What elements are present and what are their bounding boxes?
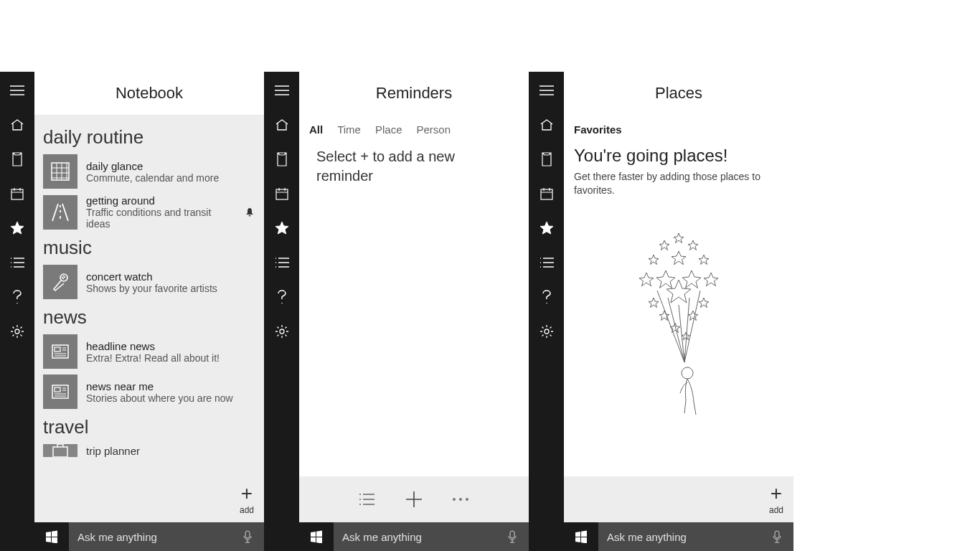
calendar-grid-icon — [43, 154, 77, 189]
settings-icon[interactable] — [3, 317, 32, 346]
add-reminder-button[interactable] — [405, 490, 423, 509]
pane-title: Notebook — [34, 72, 264, 115]
svg-rect-15 — [510, 531, 514, 538]
star-icon[interactable] — [3, 214, 32, 242]
item-subtitle: Commute, calendar and more — [86, 172, 255, 184]
notebook-footer: + add — [34, 476, 264, 522]
calendar-icon[interactable] — [268, 179, 296, 208]
more-button[interactable] — [452, 497, 469, 501]
suitcase-icon — [43, 444, 77, 457]
pane-places: Places Favorites You're going places! Ge… — [529, 72, 793, 551]
section-music: music — [34, 232, 264, 262]
illustration — [574, 226, 783, 427]
nav-rail — [529, 72, 564, 551]
search-placeholder: Ask me anything — [342, 531, 422, 543]
hamburger-icon[interactable] — [268, 76, 296, 105]
microphone-icon — [43, 265, 77, 299]
filter-all[interactable]: All — [309, 123, 323, 136]
places-body: Favorites You're going places! Get there… — [564, 115, 793, 476]
add-label: add — [769, 505, 783, 515]
star-icon[interactable] — [532, 214, 561, 242]
item-title: daily glance — [86, 160, 255, 172]
item-title: getting around — [86, 194, 237, 207]
section-travel: travel — [34, 412, 264, 441]
notebook-icon[interactable] — [3, 145, 32, 174]
search-input[interactable]: Ask me anything — [69, 522, 264, 551]
item-title: news near me — [86, 380, 255, 392]
notebook-icon[interactable] — [532, 145, 561, 174]
filter-person[interactable]: Person — [416, 123, 451, 136]
item-getting-around[interactable]: getting around Traffic conditions and tr… — [34, 192, 264, 232]
section-news: news — [34, 302, 264, 331]
newspaper-icon — [43, 375, 77, 409]
star-icon[interactable] — [268, 214, 296, 242]
help-icon[interactable] — [3, 283, 32, 311]
places-headline: You're going places! — [574, 146, 783, 166]
add-button[interactable]: + add — [769, 484, 783, 515]
settings-icon[interactable] — [532, 317, 561, 346]
notebook-content: Notebook daily routine daily glance Comm… — [34, 72, 264, 551]
list-icon[interactable] — [532, 248, 561, 277]
svg-point-3 — [60, 274, 67, 281]
places-footer: + add — [564, 476, 793, 522]
help-icon[interactable] — [268, 283, 296, 311]
item-subtitle: Stories about where you are now — [86, 392, 255, 404]
plus-icon: + — [771, 484, 782, 504]
settings-icon[interactable] — [268, 317, 296, 346]
microphone-icon[interactable] — [507, 530, 520, 543]
hamburger-icon[interactable] — [3, 76, 32, 105]
notebook-icon[interactable] — [268, 145, 296, 174]
item-news-near-me[interactable]: news near me Stories about where you are… — [34, 372, 264, 412]
item-trip-planner[interactable]: trip planner — [34, 441, 264, 460]
pane-notebook: Notebook daily routine daily glance Comm… — [0, 72, 264, 551]
calendar-icon[interactable] — [3, 179, 32, 208]
filter-place[interactable]: Place — [375, 123, 402, 136]
svg-rect-5 — [55, 347, 60, 352]
windows-start-icon[interactable] — [564, 522, 598, 551]
item-title: concert watch — [86, 270, 255, 283]
hamburger-icon[interactable] — [532, 76, 561, 105]
list-icon[interactable] — [3, 248, 32, 277]
windows-start-icon[interactable] — [299, 522, 334, 551]
item-subtitle: Extra! Extra! Read all about it! — [86, 352, 255, 364]
reminders-footer — [299, 476, 529, 522]
home-icon[interactable] — [532, 110, 561, 139]
places-content: Places Favorites You're going places! Ge… — [564, 72, 793, 551]
list-view-button[interactable] — [359, 493, 376, 506]
item-title: headline news — [86, 340, 255, 352]
item-concert-watch[interactable]: concert watch Shows by your favorite art… — [34, 262, 264, 302]
svg-rect-0 — [11, 189, 23, 199]
search-input[interactable]: Ask me anything — [334, 522, 529, 551]
svg-rect-9 — [245, 531, 250, 538]
svg-rect-16 — [541, 189, 552, 199]
search-input[interactable]: Ask me anything — [598, 522, 793, 551]
microphone-icon[interactable] — [772, 530, 785, 543]
nav-rail — [0, 72, 34, 551]
search-placeholder: Ask me anything — [77, 531, 157, 543]
svg-point-14 — [466, 498, 468, 501]
svg-rect-19 — [775, 531, 779, 538]
item-headline-news[interactable]: headline news Extra! Extra! Read all abo… — [34, 331, 264, 372]
favorites-head: Favorites — [574, 123, 783, 136]
places-subtitle: Get there faster by adding those places … — [574, 170, 783, 197]
road-icon — [43, 195, 77, 230]
item-daily-glance[interactable]: daily glance Commute, calendar and more — [34, 151, 264, 192]
plus-icon: + — [241, 484, 253, 504]
list-icon[interactable] — [268, 248, 296, 277]
item-subtitle: Traffic conditions and transit ideas — [86, 207, 237, 230]
filter-time[interactable]: Time — [337, 123, 361, 136]
svg-rect-10 — [276, 189, 288, 199]
microphone-icon[interactable] — [242, 530, 255, 543]
pane-title: Places — [564, 72, 793, 115]
home-icon[interactable] — [268, 110, 296, 139]
svg-point-11 — [280, 329, 284, 334]
windows-start-icon[interactable] — [34, 522, 69, 551]
newspaper-icon — [43, 334, 77, 369]
calendar-icon[interactable] — [532, 179, 561, 208]
search-placeholder: Ask me anything — [607, 531, 687, 543]
add-button[interactable]: + add — [240, 484, 254, 515]
nav-rail — [265, 72, 299, 551]
help-icon[interactable] — [532, 283, 561, 311]
taskbar: Ask me anything — [564, 522, 793, 551]
home-icon[interactable] — [3, 110, 32, 139]
